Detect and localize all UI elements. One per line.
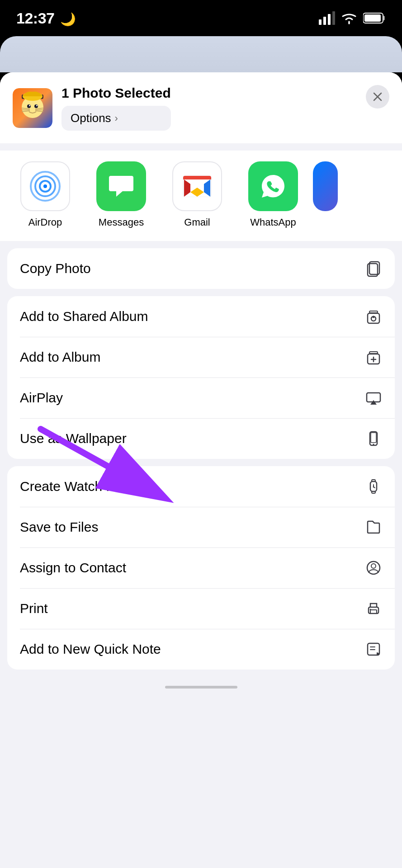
home-indicator-area xyxy=(0,677,402,702)
action-group-1: Copy Photo xyxy=(7,248,395,289)
svg-rect-5 xyxy=(383,16,385,20)
share-sheet: 1 Photo Selected Options › xyxy=(0,72,402,868)
action-item-copy-photo[interactable]: Copy Photo xyxy=(7,248,395,289)
svg-point-9 xyxy=(27,104,31,108)
svg-rect-46 xyxy=(372,480,375,481)
copy-icon xyxy=(365,260,382,277)
app-row: AirDrop Messages xyxy=(9,161,393,228)
action-item-assign-contact[interactable]: Assign to Contact xyxy=(7,547,395,588)
whatsapp-label: WhatsApp xyxy=(250,217,296,228)
svg-point-11 xyxy=(29,105,30,106)
print-icon xyxy=(365,600,382,617)
wifi-icon xyxy=(341,12,358,24)
airdrop-rings-svg xyxy=(29,170,61,202)
whatsapp-bubble-icon xyxy=(258,171,288,201)
print-label: Print xyxy=(20,601,48,616)
svg-rect-38 xyxy=(369,352,378,354)
sheet-header: 1 Photo Selected Options › xyxy=(0,72,402,143)
svg-rect-34 xyxy=(369,311,378,313)
photo-thumbnail xyxy=(13,88,52,128)
whatsapp-icon xyxy=(248,161,298,211)
action-item-airplay[interactable]: AirPlay xyxy=(7,377,395,418)
svg-point-50 xyxy=(373,486,374,488)
svg-rect-3 xyxy=(332,11,335,25)
svg-point-52 xyxy=(371,564,376,568)
save-files-label: Save to Files xyxy=(20,519,98,535)
header-left: 1 Photo Selected Options › xyxy=(13,85,171,131)
shared-album-icon xyxy=(365,308,382,325)
gmail-m-icon xyxy=(182,175,212,198)
signal-icon xyxy=(319,11,335,25)
options-button[interactable]: Options › xyxy=(61,106,171,131)
shared-album-label: Add to Shared Album xyxy=(20,309,148,324)
action-groups-container: Copy Photo Add to Shared Album Add t xyxy=(0,248,402,670)
svg-point-36 xyxy=(373,316,375,318)
action-group-2: Add to Shared Album Add to Album xyxy=(7,296,395,459)
svg-rect-47 xyxy=(372,491,375,493)
options-chevron-icon: › xyxy=(115,113,118,124)
action-item-watch-face[interactable]: Create Watch Face xyxy=(7,466,395,507)
airplay-icon xyxy=(365,389,382,406)
header-info: 1 Photo Selected Options › xyxy=(61,85,171,131)
messages-bubble-icon xyxy=(106,171,136,201)
app-item-messages[interactable]: Messages xyxy=(85,161,157,228)
home-indicator xyxy=(165,686,237,689)
close-icon xyxy=(373,92,383,102)
close-button[interactable] xyxy=(366,85,389,108)
partial-app-icon xyxy=(313,161,338,211)
action-group-3: Create Watch Face Save to Files Assign t… xyxy=(7,466,395,670)
svg-rect-43 xyxy=(371,433,376,443)
messages-label: Messages xyxy=(99,217,144,228)
moon-icon: 🌙 xyxy=(60,12,76,26)
messages-icon xyxy=(96,161,146,211)
status-time: 12:37 xyxy=(16,9,54,27)
svg-rect-2 xyxy=(328,14,331,25)
svg-rect-1 xyxy=(323,17,326,25)
action-item-print[interactable]: Print xyxy=(7,588,395,629)
airplay-label: AirPlay xyxy=(20,390,63,406)
status-time-area: 12:37 🌙 xyxy=(16,9,76,27)
watch-face-label: Create Watch Face xyxy=(20,479,136,494)
action-item-add-album[interactable]: Add to Album xyxy=(7,337,395,377)
action-item-quick-note[interactable]: Add to New Quick Note xyxy=(7,629,395,670)
app-row-container: AirDrop Messages xyxy=(0,151,402,241)
options-label: Options xyxy=(71,111,111,125)
svg-rect-30 xyxy=(183,178,211,179)
gmail-app-icon xyxy=(172,161,222,211)
svg-point-44 xyxy=(373,444,374,445)
wallpaper-label: Use as Wallpaper xyxy=(20,431,127,446)
app-item-whatsapp[interactable]: WhatsApp xyxy=(237,161,309,228)
background-content xyxy=(0,36,402,72)
svg-point-10 xyxy=(34,104,38,108)
watch-icon xyxy=(365,478,382,495)
status-icons xyxy=(319,11,386,25)
gmail-label: Gmail xyxy=(184,217,210,228)
action-item-save-files[interactable]: Save to Files xyxy=(7,507,395,547)
svg-point-12 xyxy=(36,105,38,106)
quick-note-label: Add to New Quick Note xyxy=(20,642,161,657)
files-icon xyxy=(365,519,382,536)
action-item-shared-album[interactable]: Add to Shared Album xyxy=(7,296,395,337)
svg-rect-6 xyxy=(364,14,381,22)
app-item-partial[interactable] xyxy=(313,161,338,228)
svg-point-55 xyxy=(370,609,371,610)
quick-note-icon xyxy=(365,641,382,658)
svg-rect-0 xyxy=(319,19,322,25)
add-album-label: Add to Album xyxy=(20,349,100,365)
airdrop-icon xyxy=(20,161,70,211)
battery-icon xyxy=(363,12,386,24)
naruto-thumbnail xyxy=(13,88,52,128)
selected-count-text: 1 Photo Selected xyxy=(61,85,171,101)
action-item-wallpaper[interactable]: Use as Wallpaper xyxy=(7,418,395,459)
app-item-gmail[interactable]: Gmail xyxy=(161,161,233,228)
wallpaper-icon xyxy=(365,430,382,447)
status-bar: 12:37 🌙 xyxy=(0,0,402,36)
assign-contact-label: Assign to Contact xyxy=(20,560,126,576)
contact-icon xyxy=(365,559,382,576)
add-album-icon xyxy=(365,349,382,366)
copy-photo-label: Copy Photo xyxy=(20,261,91,276)
svg-point-27 xyxy=(43,184,47,188)
app-item-airdrop[interactable]: AirDrop xyxy=(9,161,81,228)
svg-rect-33 xyxy=(368,313,379,323)
airdrop-label: AirDrop xyxy=(28,217,62,228)
